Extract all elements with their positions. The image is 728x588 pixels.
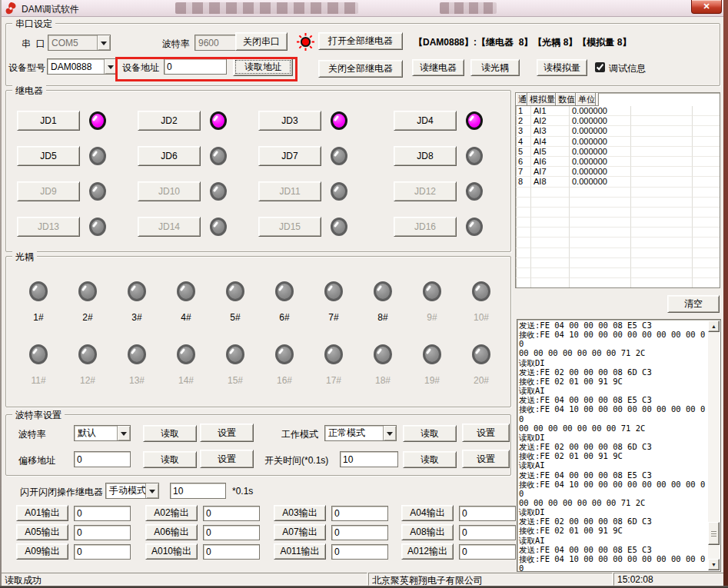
device-address-input[interactable] bbox=[164, 58, 227, 75]
ao-output-button[interactable]: A02输出 bbox=[145, 505, 198, 521]
ao-output-button[interactable]: A010输出 bbox=[145, 543, 198, 560]
read-analog-button[interactable]: 读模拟量 bbox=[537, 59, 587, 76]
table-row-empty[interactable] bbox=[516, 218, 720, 228]
ao-output-button[interactable]: A09输出 bbox=[16, 543, 68, 560]
set-switchtime-button[interactable]: 设置 bbox=[462, 450, 510, 468]
table-row-empty[interactable] bbox=[516, 248, 720, 258]
relay-button[interactable]: JD16 bbox=[394, 217, 457, 237]
work-mode-select[interactable]: 正常模式 bbox=[324, 425, 397, 441]
device-model-combo[interactable]: DAM0888 bbox=[47, 58, 118, 75]
flash-time-input[interactable] bbox=[170, 483, 226, 499]
read-baud-button[interactable]: 读取 bbox=[143, 425, 197, 442]
relay-button[interactable]: JD10 bbox=[138, 181, 201, 201]
table-row-empty[interactable] bbox=[516, 278, 720, 288]
ao-output-button[interactable]: A04输出 bbox=[401, 505, 454, 521]
analog-table-header-cell[interactable]: 单位 bbox=[576, 93, 596, 106]
table-row-empty[interactable] bbox=[516, 238, 720, 247]
ao-output-button[interactable]: A012输出 bbox=[401, 543, 454, 560]
open-all-relays-button[interactable]: 打开全部继电器 bbox=[318, 32, 403, 50]
set-offset-button[interactable]: 设置 bbox=[200, 450, 254, 468]
comm-log-text[interactable]: 发送:FE 04 00 00 00 08 E5 C3 接收:FE 04 10 0… bbox=[519, 321, 707, 571]
relay-button[interactable]: JD3 bbox=[258, 111, 321, 131]
relay-button[interactable]: JD1 bbox=[17, 111, 80, 131]
ao-output-button[interactable]: A05输出 bbox=[16, 524, 68, 540]
table-row[interactable]: 5 AI5 0.000000 bbox=[516, 147, 720, 157]
read-offset-button[interactable]: 读取 bbox=[143, 451, 197, 468]
ao-value-input[interactable] bbox=[74, 525, 131, 540]
ao-value-input[interactable] bbox=[203, 525, 260, 540]
ao-value-input[interactable] bbox=[74, 506, 131, 521]
table-row-empty[interactable] bbox=[516, 188, 720, 198]
table-row[interactable]: 4 AI4 0.000000 bbox=[516, 137, 720, 147]
scrollbar-down-icon[interactable]: ▼ bbox=[708, 559, 720, 570]
relay-button[interactable]: JD2 bbox=[138, 111, 201, 131]
chevron-down-icon[interactable] bbox=[383, 426, 396, 440]
table-row[interactable]: 3 AI3 0.000000 bbox=[516, 126, 720, 136]
relay-button[interactable]: JD9 bbox=[17, 181, 80, 201]
table-row-empty[interactable] bbox=[516, 268, 720, 278]
read-switchtime-button[interactable]: 读取 bbox=[403, 451, 457, 468]
scrollbar-up-icon[interactable]: ▲ bbox=[708, 321, 720, 332]
read-workmode-button[interactable]: 读取 bbox=[403, 425, 457, 442]
chevron-down-icon[interactable] bbox=[117, 426, 130, 440]
log-scrollbar[interactable]: ▲ ▼ bbox=[708, 321, 720, 570]
scrollbar-thumb[interactable] bbox=[708, 522, 720, 545]
ao-value-input[interactable] bbox=[459, 544, 516, 560]
ao-output-button[interactable]: A01输出 bbox=[16, 505, 68, 521]
table-row-empty[interactable] bbox=[516, 208, 720, 218]
table-row-empty[interactable] bbox=[516, 198, 720, 208]
ao-value-input[interactable] bbox=[459, 525, 516, 540]
read-address-button[interactable]: 读取地址 bbox=[233, 58, 293, 76]
read-relays-button[interactable]: 读继电器 bbox=[412, 59, 464, 76]
ao-output-button[interactable]: A011输出 bbox=[274, 543, 326, 560]
ao-output-button[interactable]: A03输出 bbox=[274, 505, 326, 521]
ao-value-input[interactable] bbox=[331, 544, 388, 560]
analog-table-header-cell[interactable]: 通 bbox=[516, 93, 527, 106]
set-baud-button[interactable]: 设置 bbox=[200, 424, 254, 442]
chevron-down-icon[interactable] bbox=[97, 35, 110, 50]
relay-button[interactable]: JD14 bbox=[138, 217, 201, 237]
table-row[interactable]: 8 AI8 0.000000 bbox=[516, 177, 720, 187]
ao-value-input[interactable] bbox=[203, 506, 260, 521]
ao-value-input[interactable] bbox=[331, 525, 388, 540]
ao-value-input[interactable] bbox=[459, 506, 516, 521]
debug-info-checkbox[interactable] bbox=[595, 62, 605, 72]
analog-table-header-cell[interactable] bbox=[596, 93, 599, 106]
analog-table-header-cell[interactable]: 数值 bbox=[556, 93, 576, 106]
flash-mode-select[interactable]: 手动模式 bbox=[105, 483, 159, 499]
close-serial-button[interactable]: 关闭串口 bbox=[235, 32, 288, 51]
table-row[interactable]: 1 AI1 0.000000 bbox=[516, 106, 720, 116]
relay-button[interactable]: JD7 bbox=[258, 146, 321, 166]
set-workmode-button[interactable]: 设置 bbox=[462, 424, 510, 442]
relay-button[interactable]: JD4 bbox=[394, 111, 457, 131]
table-row-empty[interactable] bbox=[516, 228, 720, 238]
serial-port-combo[interactable]: COM5 bbox=[48, 35, 111, 51]
table-row[interactable]: 6 AI6 0.000000 bbox=[516, 157, 720, 167]
table-row[interactable]: 2 AI2 0.000000 bbox=[516, 116, 720, 126]
relay-button[interactable]: JD8 bbox=[394, 146, 457, 166]
relay-button[interactable]: JD15 bbox=[258, 217, 321, 237]
baud-select[interactable]: 默认 bbox=[74, 425, 131, 441]
offset-address-input[interactable] bbox=[74, 451, 131, 467]
ao-value-input[interactable] bbox=[74, 544, 131, 560]
table-row[interactable]: 7 AI7 0.000000 bbox=[516, 167, 720, 177]
read-opto-button[interactable]: 读光耦 bbox=[470, 59, 520, 76]
close-all-relays-button[interactable]: 关闭全部继电器 bbox=[318, 60, 403, 78]
ao-output-button[interactable]: A08输出 bbox=[401, 524, 454, 540]
table-row-empty[interactable] bbox=[516, 258, 720, 268]
clear-log-button[interactable]: 清空 bbox=[667, 295, 720, 313]
relay-button[interactable]: JD5 bbox=[17, 146, 80, 166]
relay-button[interactable]: JD11 bbox=[258, 181, 321, 201]
chevron-down-icon[interactable] bbox=[104, 59, 117, 74]
chevron-down-icon[interactable] bbox=[145, 483, 158, 498]
ao-output-button[interactable]: A07输出 bbox=[274, 524, 326, 540]
analog-table-header-cell[interactable]: 模拟量 bbox=[527, 93, 556, 106]
relay-button[interactable]: JD6 bbox=[138, 146, 201, 166]
switch-time-input[interactable] bbox=[340, 451, 398, 467]
ao-value-input[interactable] bbox=[331, 506, 388, 521]
close-button[interactable]: ✕ bbox=[691, 0, 722, 14]
ao-output-button[interactable]: A06输出 bbox=[145, 524, 198, 540]
relay-button[interactable]: JD13 bbox=[17, 217, 80, 237]
ao-value-input[interactable] bbox=[203, 544, 260, 560]
relay-button[interactable]: JD12 bbox=[394, 181, 457, 201]
